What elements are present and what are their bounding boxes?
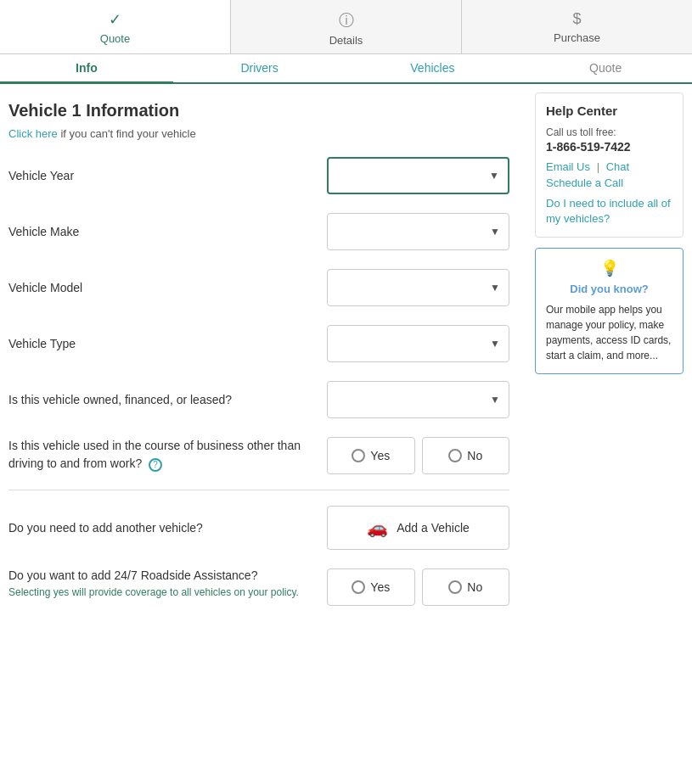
vehicle-make-arrow-icon: ▼ [490,226,500,238]
did-you-know-text: Our mobile app helps you manage your pol… [546,302,672,363]
roadside-note: Selecting yes will provide coverage to a… [8,585,318,600]
vehicles-question-link[interactable]: Do I need to include all of my vehicles? [546,196,672,227]
business-use-no-button[interactable]: No [422,437,510,474]
dollar-circle-icon: $ [572,10,581,28]
subnav-quote[interactable]: Quote [519,54,692,82]
vehicle-make-select[interactable]: ▼ [327,213,509,250]
ownership-select[interactable]: ▼ [327,381,509,418]
cannot-find-vehicle-text: Click here if you can't find your vehicl… [8,127,509,140]
roadside-label-area: Do you want to add 24/7 Roadside Assista… [8,568,327,600]
roadside-row: Do you want to add 24/7 Roadside Assista… [8,568,509,606]
add-vehicle-control: 🚗 Add a Vehicle [327,506,509,550]
sidebar: Help Center Call us toll free: 1-866-519… [526,84,692,638]
business-use-yes-button[interactable]: Yes [327,437,415,474]
business-use-control: Yes No [327,437,509,474]
vehicle-make-control: ▼ [327,213,509,250]
vehicle-year-row: Vehicle Year ▼ [8,157,509,198]
top-nav-quote-label: Quote [100,32,130,45]
business-use-no-label: No [467,449,482,462]
help-links: Email Us | Chat [546,160,672,173]
roadside-no-radio [448,580,462,594]
vehicle-type-label: Vehicle Type [8,337,327,350]
ownership-control: ▼ [327,381,509,418]
help-center-title: Help Center [546,104,672,118]
roadside-question-label: Do you want to add 24/7 Roadside Assista… [8,568,318,582]
toll-free-label: Call us toll free: [546,126,672,138]
section-divider [8,490,509,490]
add-vehicle-row: Do you need to add another vehicle? 🚗 Ad… [8,506,509,553]
page-title: Vehicle 1 Information [8,101,509,120]
roadside-yes-radio [352,580,365,594]
schedule-call-link[interactable]: Schedule a Call [546,176,672,189]
vehicle-year-control: ▼ [327,157,509,194]
subnav-info[interactable]: Info [0,54,173,84]
business-use-yes-radio [352,449,365,462]
vehicle-year-label: Vehicle Year [8,169,327,182]
vehicle-type-row: Vehicle Type ▼ [8,325,509,366]
check-circle-icon: ✓ [109,10,121,29]
roadside-yes-label: Yes [370,580,390,594]
top-nav-details-label: Details [329,34,363,47]
help-phone-number[interactable]: 1-866-519-7422 [546,140,672,154]
vehicle-model-label: Vehicle Model [8,281,327,294]
top-navigation: ✓ Quote ⓘ Details $ Purchase [0,0,692,54]
vehicle-make-label: Vehicle Make [8,225,327,238]
vehicle-year-arrow-icon: ▼ [489,170,499,182]
did-you-know-title: Did you know? [546,283,672,295]
roadside-radio-group: Yes No [327,568,509,606]
vehicle-type-control: ▼ [327,325,509,362]
info-circle-icon: ⓘ [339,10,354,31]
business-use-help-icon[interactable]: ? [149,458,162,472]
subnav-drivers[interactable]: Drivers [173,54,346,82]
lightbulb-icon: 💡 [600,259,619,277]
top-nav-purchase[interactable]: $ Purchase [462,0,692,53]
vehicle-type-select[interactable]: ▼ [327,325,509,362]
vehicle-model-row: Vehicle Model ▼ [8,269,509,310]
business-use-label: Is this vehicle used in the course of bu… [8,437,327,473]
main-content: Vehicle 1 Information Click here if you … [0,84,692,638]
business-use-row: Is this vehicle used in the course of bu… [8,437,509,474]
vehicle-model-control: ▼ [327,269,509,306]
add-vehicle-question-label: Do you need to add another vehicle? [8,521,327,535]
did-you-know-box: 💡 Did you know? Our mobile app helps you… [535,248,684,374]
add-vehicle-button[interactable]: 🚗 Add a Vehicle [327,506,509,550]
ownership-label: Is this vehicle owned, financed, or leas… [8,393,327,406]
add-vehicle-button-label: Add a Vehicle [397,521,470,535]
top-nav-details[interactable]: ⓘ Details [231,0,462,53]
top-nav-quote[interactable]: ✓ Quote [0,0,231,53]
sub-navigation: Info Drivers Vehicles Quote [0,54,692,84]
roadside-yes-button[interactable]: Yes [327,568,415,606]
vehicle-make-row: Vehicle Make ▼ [8,213,509,254]
business-use-yes-label: Yes [370,449,390,462]
subnav-vehicles[interactable]: Vehicles [346,54,520,82]
vehicle-model-select[interactable]: ▼ [327,269,509,306]
click-here-link[interactable]: Click here [8,127,58,140]
vehicle-model-arrow-icon: ▼ [490,282,500,294]
vehicle-type-arrow-icon: ▼ [490,338,500,350]
roadside-no-button[interactable]: No [422,568,510,606]
form-area: Vehicle 1 Information Click here if you … [0,84,526,638]
ownership-row: Is this vehicle owned, financed, or leas… [8,381,509,422]
help-center-box: Help Center Call us toll free: 1-866-519… [535,92,684,238]
car-icon: 🚗 [367,518,388,538]
business-use-no-radio [448,449,462,462]
chat-link[interactable]: Chat [606,160,629,173]
business-use-radio-group: Yes No [327,437,509,474]
roadside-control: Yes No [327,568,509,606]
ownership-arrow-icon: ▼ [490,394,500,406]
email-us-link[interactable]: Email Us [546,160,590,173]
vehicle-year-select[interactable]: ▼ [327,157,509,194]
roadside-no-label: No [467,580,482,594]
top-nav-purchase-label: Purchase [554,31,600,44]
